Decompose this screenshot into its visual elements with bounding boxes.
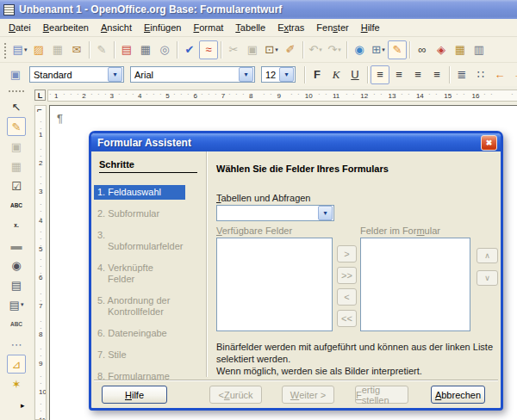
hruler-tick: ·: [428, 90, 431, 98]
combo-box-icon[interactable]: ▤▾: [7, 295, 26, 314]
styles-window-icon[interactable]: ▣: [6, 65, 25, 84]
decrease-indent-icon[interactable]: ←: [490, 65, 509, 84]
menu-einfgen[interactable]: Einfügen: [138, 21, 187, 34]
font-name-combo[interactable]: Arial ▾: [130, 66, 255, 83]
move-down-button: ∨: [477, 270, 498, 286]
buttons-separator: [94, 380, 498, 381]
hruler-tick: ·: [70, 90, 72, 98]
open-icon[interactable]: ▨: [29, 40, 48, 59]
menu-tabelle[interactable]: Tabelle: [229, 21, 271, 34]
align-right-icon[interactable]: ≡: [408, 65, 427, 84]
hruler-number: 1: [54, 92, 58, 100]
wizard-step-5: 5. Anordnung der Kontrollfelder: [94, 293, 185, 319]
paragraph-style-combo[interactable]: Standard ▾: [29, 66, 124, 83]
font-size-combo[interactable]: 12 ▾: [261, 66, 296, 83]
new-document-icon[interactable]: ▤▾: [10, 40, 29, 59]
more-controls-icon[interactable]: ⋯: [7, 335, 26, 354]
text-box-icon[interactable]: ABC: [7, 196, 26, 215]
design-mode-icon[interactable]: ✎: [7, 117, 26, 136]
window-title: Unbenannt 1 - OpenOffice.org Base: Formu…: [19, 3, 282, 15]
spellcheck-icon[interactable]: ✔: [180, 40, 199, 59]
vruler-tick: ·: [40, 125, 42, 133]
align-center-icon[interactable]: ≡: [389, 65, 408, 84]
toolbar-grip[interactable]: [8, 90, 25, 94]
data-sources-icon[interactable]: ▥: [470, 40, 489, 59]
menu-bearbeiten[interactable]: Bearbeiten: [37, 21, 95, 34]
dropdown-arrow-icon[interactable]: ▾: [338, 46, 341, 53]
export-pdf-icon[interactable]: ▤: [117, 40, 136, 59]
italic-icon[interactable]: K: [327, 65, 346, 84]
chevron-down-icon[interactable]: ▾: [108, 67, 122, 82]
option-button-icon[interactable]: ◉: [7, 256, 26, 275]
transfer-buttons: >>><<<: [337, 245, 357, 327]
toolbar-separator: [221, 41, 221, 59]
select-icon[interactable]: ↖: [7, 97, 26, 116]
menu-datei[interactable]: Datei: [3, 21, 37, 34]
underline-icon[interactable]: U: [346, 65, 364, 84]
check-box-icon[interactable]: ☑: [7, 176, 26, 195]
dropdown-arrow-icon[interactable]: ▾: [382, 46, 385, 53]
justify-icon[interactable]: ≡: [427, 65, 446, 84]
print-icon[interactable]: ▦: [136, 40, 155, 59]
insert-table-icon[interactable]: ⊞▾: [369, 40, 388, 59]
label-field-icon[interactable]: ABC: [7, 315, 26, 334]
available-fields-list[interactable]: [216, 238, 333, 331]
bullets-icon[interactable]: ∷: [471, 65, 490, 84]
info-line-1: Binärfelder werden mit aufgeführt und kö…: [216, 342, 503, 366]
dropdown-arrow-icon[interactable]: ▾: [319, 46, 322, 53]
chevron-down-icon[interactable]: ▾: [318, 206, 333, 220]
align-left-icon[interactable]: ≡: [371, 65, 389, 84]
toolbar-overflow-arrow[interactable]: ▸: [21, 401, 25, 410]
dropdown-arrow-icon[interactable]: ▾: [21, 301, 24, 308]
chevron-down-icon[interactable]: ▾: [279, 67, 294, 82]
gallery-icon[interactable]: ▦: [451, 40, 470, 59]
fields-in-form-list[interactable]: [360, 238, 470, 331]
tab-type-selector[interactable]: L: [34, 90, 46, 101]
paragraph-style-value: Standard: [30, 70, 107, 80]
hruler-tick: ·: [270, 90, 272, 98]
formatted-field-icon[interactable]: x.: [7, 216, 26, 235]
email-icon[interactable]: ✉: [67, 40, 86, 59]
undo-icon: ↶▾: [306, 40, 325, 59]
horizontal-ruler[interactable]: 12345678910111213141516·················…: [47, 90, 517, 102]
menu-extras[interactable]: Extras: [271, 21, 310, 34]
close-icon[interactable]: ✖: [481, 135, 497, 151]
tables-queries-select[interactable]: ▾: [216, 205, 334, 221]
page-preview-icon[interactable]: ◎: [155, 40, 174, 59]
wizard-step-1[interactable]: 1. Feldauswahl: [94, 185, 185, 200]
dropdown-arrow-icon[interactable]: ▾: [275, 46, 278, 53]
wizards-icon[interactable]: ✶: [7, 374, 26, 393]
draw-functions-icon[interactable]: ✎: [388, 40, 407, 59]
menu-format[interactable]: Format: [187, 21, 229, 34]
hruler-tick: ·: [511, 90, 514, 98]
numbering-icon[interactable]: ≣: [452, 65, 471, 84]
menu-hilfe[interactable]: Hilfe: [355, 21, 386, 34]
autospellcheck-icon[interactable]: ≈: [199, 40, 218, 59]
menu-fenster[interactable]: Fenster: [310, 21, 354, 34]
format-paintbrush-icon[interactable]: ✐: [281, 40, 300, 59]
vruler-number: 10: [39, 388, 47, 396]
list-box-icon[interactable]: ▤: [7, 275, 26, 294]
hruler-tick: ·: [146, 90, 148, 98]
bold-icon[interactable]: F: [308, 65, 327, 84]
dropdown-arrow-icon[interactable]: ▾: [24, 46, 28, 53]
move-left-button: <: [337, 288, 357, 306]
help-button[interactable]: Hilfe: [102, 386, 167, 404]
cancel-button[interactable]: Abbrechen: [431, 386, 485, 404]
hyperlink-icon[interactable]: ◉: [350, 40, 369, 59]
available-fields-label: Verfügbare Felder: [216, 225, 292, 236]
find-icon[interactable]: ∞: [413, 40, 432, 59]
vruler-tick: ·: [40, 414, 42, 420]
push-button-icon[interactable]: ▬: [7, 236, 26, 255]
app-icon: [3, 4, 15, 15]
navigator-icon[interactable]: ◈: [432, 40, 451, 59]
dialog-titlebar[interactable]: Formular Assistent ✖: [91, 133, 501, 151]
toolbar-grip[interactable]: [3, 41, 7, 59]
increase-indent-icon[interactable]: →: [509, 65, 517, 84]
vertical-ruler[interactable]: ⌐ 1234567891011·························…: [34, 105, 47, 420]
paste-icon[interactable]: ⊡▾: [262, 40, 281, 59]
menu-ansicht[interactable]: Ansicht: [95, 21, 138, 34]
chevron-down-icon[interactable]: ▾: [239, 67, 253, 82]
form-design-icon[interactable]: ⊿: [7, 355, 26, 374]
hruler-number: 16: [472, 92, 480, 100]
